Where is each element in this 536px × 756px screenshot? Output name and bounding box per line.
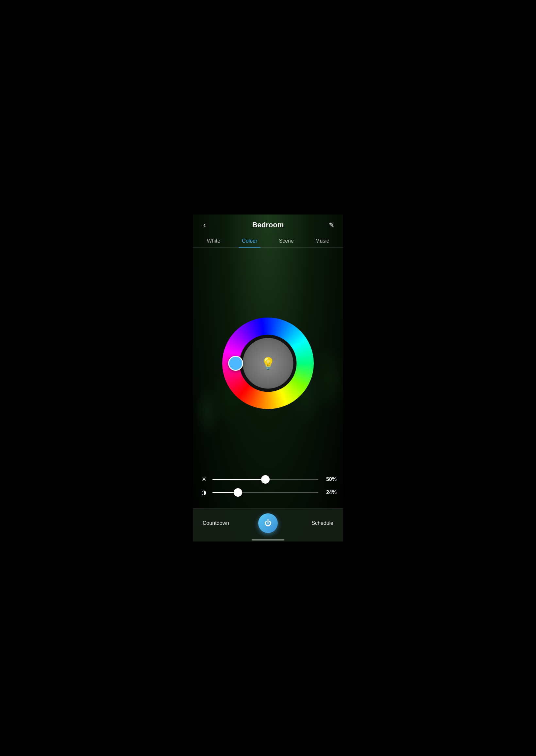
color-wheel-container: 💡 xyxy=(193,248,343,476)
tab-white[interactable]: White xyxy=(204,236,223,247)
tab-music[interactable]: Music xyxy=(312,236,332,247)
color-picker-handle[interactable] xyxy=(228,356,243,371)
brightness-slider-thumb[interactable] xyxy=(261,475,270,484)
brightness-icon: ☀ xyxy=(199,476,209,483)
home-bar xyxy=(251,539,285,540)
saturation-slider-thumb[interactable] xyxy=(234,488,242,497)
tab-colour[interactable]: Colour xyxy=(239,236,260,247)
schedule-label[interactable]: Schedule xyxy=(285,520,333,526)
tab-bar: White Colour Scene Music xyxy=(193,233,343,248)
saturation-slider-track[interactable] xyxy=(213,492,318,493)
color-wheel-center[interactable]: 💡 xyxy=(243,338,293,389)
color-wheel-wrapper[interactable]: 💡 xyxy=(222,318,314,409)
saturation-value: 24% xyxy=(322,490,337,496)
brightness-slider-track[interactable] xyxy=(213,479,318,480)
countdown-label[interactable]: Countdown xyxy=(203,520,251,526)
page-title: Bedroom xyxy=(252,221,284,229)
tab-scene[interactable]: Scene xyxy=(276,236,297,247)
saturation-slider-row: ◑ 24% xyxy=(199,489,337,496)
bulb-icon: 💡 xyxy=(261,357,276,370)
brightness-slider-fill xyxy=(213,479,265,480)
power-button[interactable]: ⏻ xyxy=(258,513,278,533)
back-button[interactable]: ‹ xyxy=(199,220,210,230)
color-wheel[interactable]: 💡 xyxy=(222,318,314,409)
edit-button[interactable]: ✎ xyxy=(326,220,337,230)
brightness-value: 50% xyxy=(322,476,337,482)
home-indicator xyxy=(193,539,343,541)
saturation-icon: ◑ xyxy=(199,489,209,496)
bottom-bar: Countdown ⏻ Schedule xyxy=(193,508,343,539)
brightness-slider-row: ☀ 50% xyxy=(199,476,337,483)
header: ‹ Bedroom ✎ xyxy=(193,215,343,233)
power-icon: ⏻ xyxy=(264,519,272,528)
phone-screen: ‹ Bedroom ✎ White Colour Scene Music 💡 xyxy=(193,215,343,541)
saturation-slider-fill xyxy=(213,492,238,493)
sliders-container: ☀ 50% ◑ 24% xyxy=(193,476,343,508)
